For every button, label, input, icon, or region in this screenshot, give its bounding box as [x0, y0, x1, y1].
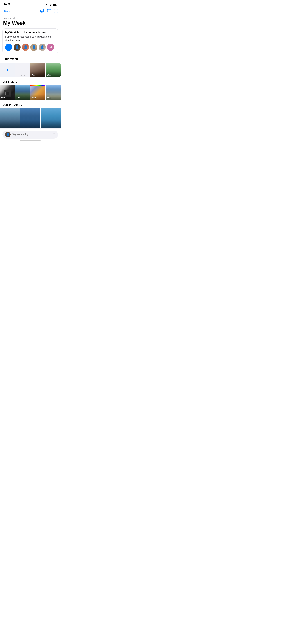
- avatar-3[interactable]: 👤: [30, 44, 37, 51]
- invite-title: My Week is an invite only feature: [5, 31, 55, 34]
- this-week-label: This week: [0, 57, 61, 62]
- day-label-wed: Wed: [47, 74, 51, 76]
- day-label-week1-tue: Tue: [17, 96, 20, 99]
- nav-actions: [40, 9, 58, 14]
- header: Jun 14 – Jul 13 My Week: [0, 16, 61, 28]
- week2-cell-2[interactable]: [20, 108, 40, 128]
- nav-bar: ‹ Back: [0, 8, 61, 16]
- date-range: Jun 14 – Jul 13: [3, 17, 57, 20]
- back-chevron-icon: ‹: [3, 10, 4, 13]
- home-indicator: [3, 138, 58, 141]
- heart-icon[interactable]: ♡: [53, 133, 56, 136]
- this-week-wed[interactable]: Wed: [46, 62, 61, 78]
- week1-thu[interactable]: Thu: [46, 85, 61, 100]
- status-icons: [46, 4, 57, 6]
- comment-input[interactable]: [12, 133, 51, 136]
- comment-bar[interactable]: 👤 ♡: [3, 130, 58, 138]
- svg-rect-2: [48, 10, 51, 12]
- week2-cell-1[interactable]: [0, 108, 20, 128]
- invite-card: My Week is an invite only feature Invite…: [3, 28, 58, 54]
- avatar-4[interactable]: 👤: [39, 44, 46, 51]
- svg-point-6: [57, 11, 57, 11]
- page-title: My Week: [3, 20, 57, 26]
- week2-cell-3[interactable]: [41, 108, 61, 128]
- week1-mon[interactable]: Mon: [0, 85, 15, 100]
- comment-avatar: 👤: [5, 132, 11, 137]
- back-label: Back: [4, 10, 10, 13]
- week1-grid: Mon Tue Wed Thu: [0, 85, 61, 100]
- add-day-cell[interactable]: +: [0, 62, 15, 78]
- status-time: 10:07: [4, 3, 11, 6]
- day-label-week1-mon: Mon: [1, 96, 6, 99]
- day-label-week1-wed: Wed: [32, 96, 36, 99]
- avatar-n[interactable]: N: [47, 44, 54, 51]
- week1-tue[interactable]: Tue: [15, 85, 30, 100]
- wifi-icon: [49, 4, 52, 6]
- cast-icon[interactable]: [40, 9, 44, 14]
- week1-label: Jul 1 - Jul 7: [0, 78, 61, 85]
- week1-wed[interactable]: Wed: [30, 85, 45, 100]
- avatars-row: + 👤 👤 👤 👤 N: [5, 44, 55, 51]
- status-bar: 10:07: [0, 0, 61, 8]
- battery-icon: [53, 4, 57, 6]
- avatar-1[interactable]: 👤: [14, 44, 21, 51]
- invite-description: Invite your closest people to follow alo…: [5, 35, 55, 42]
- this-week-mon: Mon: [15, 62, 30, 78]
- signal-icon: [46, 4, 48, 6]
- avatar-2[interactable]: 👤: [22, 44, 29, 51]
- week2-label: Jun 24 - Jun 30: [0, 101, 61, 108]
- svg-point-4: [55, 11, 55, 11]
- bottom-bar: 👤 ♡: [0, 128, 61, 146]
- back-button[interactable]: ‹ Back: [3, 10, 10, 13]
- day-label-tue: Tue: [32, 74, 35, 76]
- day-label-mon: Mon: [15, 74, 30, 76]
- comment-icon[interactable]: [47, 9, 51, 14]
- svg-point-5: [56, 11, 56, 11]
- day-label-week1-thu: Thu: [47, 96, 51, 99]
- add-day-icon: +: [6, 67, 9, 73]
- add-invite-button[interactable]: +: [5, 44, 12, 51]
- this-week-tue[interactable]: Tue: [30, 62, 45, 78]
- this-week-grid: + Mon Tue Wed: [0, 62, 61, 78]
- more-icon[interactable]: [54, 9, 58, 14]
- week2-grid: [0, 108, 61, 128]
